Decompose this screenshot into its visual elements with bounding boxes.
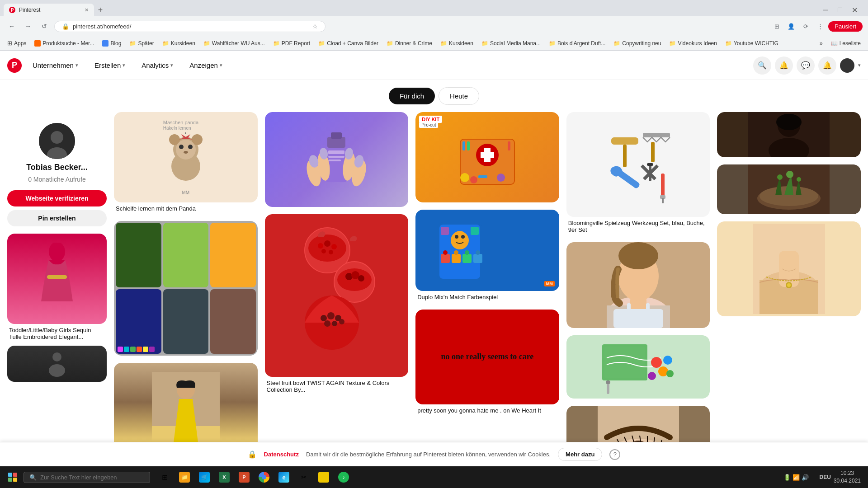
pin-card-texture[interactable] [114,221,258,356]
clock-area[interactable]: DEU 10:23 30.04.2021 [816,469,864,485]
create-pin-button[interactable]: Pin erstellen [7,210,107,226]
pin-card-diy[interactable]: DIY KIT Pre-cut [415,112,559,202]
cookie-question-icon[interactable]: ? [609,449,620,460]
taskbar-app-powerpoint[interactable]: P [235,468,253,486]
address-input[interactable] [73,23,309,30]
svg-point-62 [497,174,505,182]
profile-button[interactable]: Pausiert [828,21,863,32]
battery-icon: 🔋 [783,474,791,481]
bookmark-label: PDF Report [282,40,310,47]
header-profile[interactable]: ▾ [840,58,861,73]
pin-card-lego[interactable]: MM [415,210,559,302]
new-tab-button[interactable]: + [94,4,107,16]
bookmark-later[interactable]: 📁 Später [126,39,157,48]
pin-card-green[interactable] [566,335,710,399]
pin-card-text-red[interactable]: no one really seems to care pretty soon … [415,310,559,416]
taskbar-app-chrome[interactable] [255,468,273,486]
nav-item-anzeigen[interactable]: Anzeigen ▾ [182,58,230,73]
maximize-button[interactable]: □ [834,4,846,16]
messages-button[interactable]: 💬 [797,56,815,75]
bookmark-blog[interactable]: Blog [99,39,125,48]
bookmark-videokurs[interactable]: 📁 Videokurs Ideen [665,39,721,48]
pin-image-lego: MM [415,210,559,291]
pin-card-braids[interactable] [566,242,710,328]
header-nav: Unternehmen ▾ Erstellen ▾ Analytics ▾ An… [25,58,230,73]
notifications-button[interactable]: 🔔 [775,56,793,75]
bookmark-label: Dinner & Crime [395,40,432,47]
search-button[interactable]: 🔍 [753,56,771,75]
bookmark-social[interactable]: 📁 Social Media Mana... [478,39,544,48]
cookie-more-button[interactable]: Mehr dazu [558,448,602,461]
bookmark-copywriting[interactable]: 📁 Copywriting neu [610,39,665,48]
bookmark-canva[interactable]: 📁 Cload + Canva Bilder [315,39,382,48]
nav-item-unternehmen[interactable]: Unternehmen ▾ [25,58,85,73]
svg-rect-70 [441,254,450,263]
tab-heute[interactable]: Heute [439,87,479,105]
folder-icon: 📁 [549,40,556,47]
reload-button[interactable]: ↺ [38,20,51,33]
taskbar-app-edge[interactable]: e [275,468,293,486]
taskbar-app-file-explorer[interactable]: 📁 [175,468,193,486]
pin-card-bear[interactable]: Maschen pandaHäkeln lernen [114,112,258,214]
bookmark-wahlfaecher[interactable]: 📁 Wahlfächer WU Aus... [200,39,269,48]
taskbar-app-task-view[interactable]: ⊞ [156,468,174,486]
forward-button[interactable]: → [22,20,34,33]
apps-label: Apps [14,40,26,47]
sync-icon-button[interactable]: ⟳ [799,20,812,33]
taskbar-app-notes[interactable] [315,468,333,486]
minimize-button[interactable]: ─ [819,4,832,16]
back-button[interactable]: ← [5,20,18,33]
svg-point-37 [331,244,337,249]
secure-icon: 🔒 [62,23,69,30]
pin-card-neck[interactable] [717,221,861,316]
taskbar-search-input[interactable] [40,474,144,481]
settings-button[interactable]: ⋮ [814,20,826,33]
profile-icon-button[interactable]: 👤 [785,20,797,33]
nail-polish-icon [300,119,373,200]
bookmark-pdf[interactable]: 📁 PDF Report [269,39,314,48]
bookmark-dinner[interactable]: 📁 Dinner & Crime [383,39,436,48]
toy-tools-icon [598,119,679,210]
bookmark-youtube[interactable]: 📁 Youtube WICHTIG [722,39,782,48]
verify-website-button[interactable]: Webseite verifizieren [7,190,107,206]
pin-card-nails[interactable] [265,112,409,207]
active-tab[interactable]: P Pinterest ✕ [4,4,94,16]
bookmark-kursideen2[interactable]: 📁 Kursideen [437,39,477,48]
pinterest-logo[interactable]: P [7,58,22,73]
pin-card-fruit[interactable]: Steel fruit bowl TWIST AGAIN Texture & C… [265,214,409,395]
sidebar-pin-preview[interactable]: Toddler/Little/Baby Girls Sequin Tulle E… [7,234,107,342]
bookmark-kursideen[interactable]: 📁 Kursideen [159,39,199,48]
browser-toolbar: ← → ↺ 🔒 ☆ ⊞ 👤 ⟳ ⋮ Pausiert [0,16,868,36]
chevron-down-icon: ▾ [220,62,222,68]
tab-close-button[interactable]: ✕ [85,7,89,13]
privacy-link[interactable]: Datenschutz [264,451,299,458]
updates-button[interactable]: 🔔 [818,56,836,75]
extensions-button[interactable]: ⊞ [770,20,783,33]
svg-rect-4 [47,275,67,279]
taskbar-app-store[interactable]: 🛒 [195,468,213,486]
svg-rect-96 [627,303,631,312]
taskbar-app-excel[interactable]: X [215,468,233,486]
pin-card-oval[interactable] [717,164,861,214]
nav-item-erstellen[interactable]: Erstellen ▾ [87,58,132,73]
bookmark-star-icon[interactable]: ☆ [312,23,318,30]
bookmark-apps[interactable]: ⊞ Apps [4,38,30,48]
taskbar-search-bar[interactable]: 🔍 [24,472,150,483]
sticky-notes-icon [318,472,329,483]
start-button[interactable] [4,468,22,486]
svg-rect-81 [623,145,627,167]
close-button[interactable]: ✕ [848,4,861,16]
taskbar-app-capture[interactable]: ✂ [295,468,313,486]
bookmark-produktsuche[interactable]: Produktsuche - Mer... [31,39,98,48]
pin-card-dark-woman[interactable] [717,112,861,157]
bookmark-bois[interactable]: 📁 Bois d'Argent Duft... [545,39,609,48]
pin-card-tools[interactable]: Bloomingville Spielzeug Werkzeug Set, bl… [566,112,710,235]
sidebar-bottom-avatar-preview[interactable] [7,346,107,382]
tab-fuer-dich[interactable]: Für dich [389,88,435,104]
taskbar-app-spotify[interactable]: ♪ [335,468,353,486]
reading-list-button[interactable]: 📖 Leseliste [827,39,864,48]
nav-item-analytics[interactable]: Analytics ▾ [134,58,180,73]
address-bar[interactable]: 🔒 ☆ [54,21,326,32]
bookmarks-more-button[interactable]: » [816,39,826,48]
system-tray[interactable]: 🔋 📶 🔊 [780,472,812,483]
